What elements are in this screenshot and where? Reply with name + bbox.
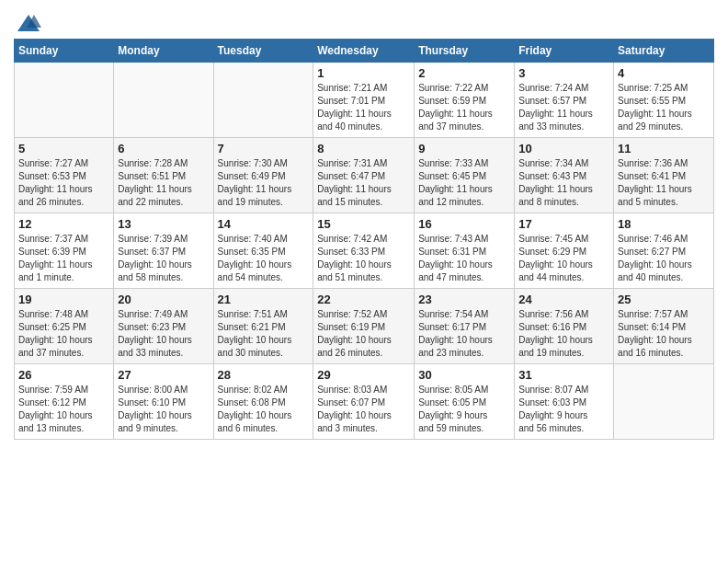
calendar-cell: 14Sunrise: 7:40 AM Sunset: 6:35 PM Dayli…	[213, 213, 313, 289]
header-tuesday: Tuesday	[213, 40, 313, 63]
calendar-cell	[15, 63, 114, 138]
day-number: 19	[18, 293, 109, 306]
calendar-cell: 11Sunrise: 7:36 AM Sunset: 6:41 PM Dayli…	[614, 138, 714, 213]
day-info: Sunrise: 7:46 AM Sunset: 6:27 PM Dayligh…	[618, 233, 710, 284]
day-number: 9	[418, 142, 510, 155]
week-row-5: 26Sunrise: 7:59 AM Sunset: 6:12 PM Dayli…	[15, 364, 714, 440]
calendar-cell: 2Sunrise: 7:22 AM Sunset: 6:59 PM Daylig…	[415, 63, 515, 138]
calendar-cell	[614, 364, 714, 440]
calendar-cell: 30Sunrise: 8:05 AM Sunset: 6:05 PM Dayli…	[415, 364, 515, 440]
day-number: 3	[518, 66, 609, 80]
day-info: Sunrise: 7:48 AM Sunset: 6:25 PM Dayligh…	[18, 308, 109, 360]
day-number: 18	[618, 217, 710, 231]
calendar-cell: 9Sunrise: 7:33 AM Sunset: 6:45 PM Daylig…	[415, 138, 515, 213]
header-thursday: Thursday	[415, 40, 515, 63]
day-info: Sunrise: 7:57 AM Sunset: 6:14 PM Dayligh…	[618, 308, 710, 360]
header-wednesday: Wednesday	[313, 40, 415, 63]
day-info: Sunrise: 7:24 AM Sunset: 6:57 PM Dayligh…	[518, 82, 609, 133]
day-number: 16	[418, 217, 510, 231]
day-info: Sunrise: 7:28 AM Sunset: 6:51 PM Dayligh…	[118, 157, 209, 209]
calendar-cell: 1Sunrise: 7:21 AM Sunset: 7:01 PM Daylig…	[313, 63, 415, 138]
day-number: 13	[118, 217, 209, 231]
day-info: Sunrise: 7:56 AM Sunset: 6:16 PM Dayligh…	[518, 308, 609, 360]
day-info: Sunrise: 7:30 AM Sunset: 6:49 PM Dayligh…	[218, 157, 310, 209]
day-info: Sunrise: 7:27 AM Sunset: 6:53 PM Dayligh…	[18, 157, 109, 209]
calendar-cell: 5Sunrise: 7:27 AM Sunset: 6:53 PM Daylig…	[15, 138, 114, 213]
calendar-cell: 21Sunrise: 7:51 AM Sunset: 6:21 PM Dayli…	[213, 289, 313, 364]
calendar-cell: 4Sunrise: 7:25 AM Sunset: 6:55 PM Daylig…	[614, 63, 714, 138]
day-number: 8	[317, 142, 410, 155]
day-info: Sunrise: 7:52 AM Sunset: 6:19 PM Dayligh…	[317, 308, 410, 360]
day-info: Sunrise: 7:31 AM Sunset: 6:47 PM Dayligh…	[317, 157, 410, 209]
calendar-table: SundayMondayTuesdayWednesdayThursdayFrid…	[14, 39, 714, 440]
day-number: 31	[518, 368, 609, 382]
day-number: 23	[418, 293, 510, 306]
day-info: Sunrise: 7:43 AM Sunset: 6:31 PM Dayligh…	[418, 233, 510, 284]
calendar-cell: 19Sunrise: 7:48 AM Sunset: 6:25 PM Dayli…	[15, 289, 114, 364]
calendar-cell: 6Sunrise: 7:28 AM Sunset: 6:51 PM Daylig…	[114, 138, 213, 213]
calendar-cell: 27Sunrise: 8:00 AM Sunset: 6:10 PM Dayli…	[114, 364, 213, 440]
calendar-cell: 16Sunrise: 7:43 AM Sunset: 6:31 PM Dayli…	[415, 213, 515, 289]
day-number: 12	[18, 217, 109, 231]
calendar-cell: 25Sunrise: 7:57 AM Sunset: 6:14 PM Dayli…	[614, 289, 714, 364]
day-number: 17	[518, 217, 609, 231]
calendar-cell: 13Sunrise: 7:39 AM Sunset: 6:37 PM Dayli…	[114, 213, 213, 289]
day-info: Sunrise: 8:00 AM Sunset: 6:10 PM Dayligh…	[118, 384, 209, 435]
day-info: Sunrise: 7:49 AM Sunset: 6:23 PM Dayligh…	[118, 308, 209, 360]
day-info: Sunrise: 7:21 AM Sunset: 7:01 PM Dayligh…	[317, 82, 410, 133]
day-info: Sunrise: 7:36 AM Sunset: 6:41 PM Dayligh…	[618, 157, 710, 209]
day-number: 28	[218, 368, 310, 382]
logo	[14, 13, 41, 33]
day-info: Sunrise: 7:22 AM Sunset: 6:59 PM Dayligh…	[418, 82, 510, 133]
page-header	[14, 9, 714, 33]
calendar-cell: 17Sunrise: 7:45 AM Sunset: 6:29 PM Dayli…	[515, 213, 614, 289]
day-number: 27	[118, 368, 209, 382]
day-info: Sunrise: 8:03 AM Sunset: 6:07 PM Dayligh…	[317, 384, 410, 435]
day-info: Sunrise: 7:34 AM Sunset: 6:43 PM Dayligh…	[518, 157, 609, 209]
day-info: Sunrise: 7:59 AM Sunset: 6:12 PM Dayligh…	[18, 384, 109, 435]
day-info: Sunrise: 8:02 AM Sunset: 6:08 PM Dayligh…	[218, 384, 310, 435]
day-info: Sunrise: 7:39 AM Sunset: 6:37 PM Dayligh…	[118, 233, 209, 284]
calendar-cell: 29Sunrise: 8:03 AM Sunset: 6:07 PM Dayli…	[313, 364, 415, 440]
day-number: 10	[518, 142, 609, 155]
calendar-cell: 7Sunrise: 7:30 AM Sunset: 6:49 PM Daylig…	[213, 138, 313, 213]
week-row-2: 5Sunrise: 7:27 AM Sunset: 6:53 PM Daylig…	[15, 138, 714, 213]
day-number: 4	[618, 66, 710, 80]
calendar-cell: 31Sunrise: 8:07 AM Sunset: 6:03 PM Dayli…	[515, 364, 614, 440]
day-number: 11	[618, 142, 710, 155]
day-number: 29	[317, 368, 410, 382]
calendar-cell	[213, 63, 313, 138]
day-info: Sunrise: 7:25 AM Sunset: 6:55 PM Dayligh…	[618, 82, 710, 133]
day-number: 14	[218, 217, 310, 231]
header-sunday: Sunday	[15, 40, 114, 63]
day-info: Sunrise: 7:33 AM Sunset: 6:45 PM Dayligh…	[418, 157, 510, 209]
day-info: Sunrise: 8:07 AM Sunset: 6:03 PM Dayligh…	[518, 384, 609, 435]
day-number: 26	[18, 368, 109, 382]
day-number: 15	[317, 217, 410, 231]
day-info: Sunrise: 7:54 AM Sunset: 6:17 PM Dayligh…	[418, 308, 510, 360]
calendar-cell: 23Sunrise: 7:54 AM Sunset: 6:17 PM Dayli…	[415, 289, 515, 364]
calendar-cell: 12Sunrise: 7:37 AM Sunset: 6:39 PM Dayli…	[15, 213, 114, 289]
day-info: Sunrise: 7:45 AM Sunset: 6:29 PM Dayligh…	[518, 233, 609, 284]
header-friday: Friday	[515, 40, 614, 63]
day-number: 21	[218, 293, 310, 306]
header-monday: Monday	[114, 40, 213, 63]
calendar-cell: 22Sunrise: 7:52 AM Sunset: 6:19 PM Dayli…	[313, 289, 415, 364]
day-number: 22	[317, 293, 410, 306]
week-row-4: 19Sunrise: 7:48 AM Sunset: 6:25 PM Dayli…	[15, 289, 714, 364]
day-info: Sunrise: 8:05 AM Sunset: 6:05 PM Dayligh…	[418, 384, 510, 435]
calendar-cell	[114, 63, 213, 138]
day-number: 2	[418, 66, 510, 80]
day-number: 20	[118, 293, 209, 306]
calendar-cell: 28Sunrise: 8:02 AM Sunset: 6:08 PM Dayli…	[213, 364, 313, 440]
calendar-cell: 15Sunrise: 7:42 AM Sunset: 6:33 PM Dayli…	[313, 213, 415, 289]
day-number: 7	[218, 142, 310, 155]
calendar-cell: 20Sunrise: 7:49 AM Sunset: 6:23 PM Dayli…	[114, 289, 213, 364]
day-number: 5	[18, 142, 109, 155]
week-row-3: 12Sunrise: 7:37 AM Sunset: 6:39 PM Dayli…	[15, 213, 714, 289]
day-number: 25	[618, 293, 710, 306]
day-number: 1	[317, 66, 410, 80]
calendar-cell: 26Sunrise: 7:59 AM Sunset: 6:12 PM Dayli…	[15, 364, 114, 440]
day-info: Sunrise: 7:51 AM Sunset: 6:21 PM Dayligh…	[218, 308, 310, 360]
calendar-cell: 10Sunrise: 7:34 AM Sunset: 6:43 PM Dayli…	[515, 138, 614, 213]
